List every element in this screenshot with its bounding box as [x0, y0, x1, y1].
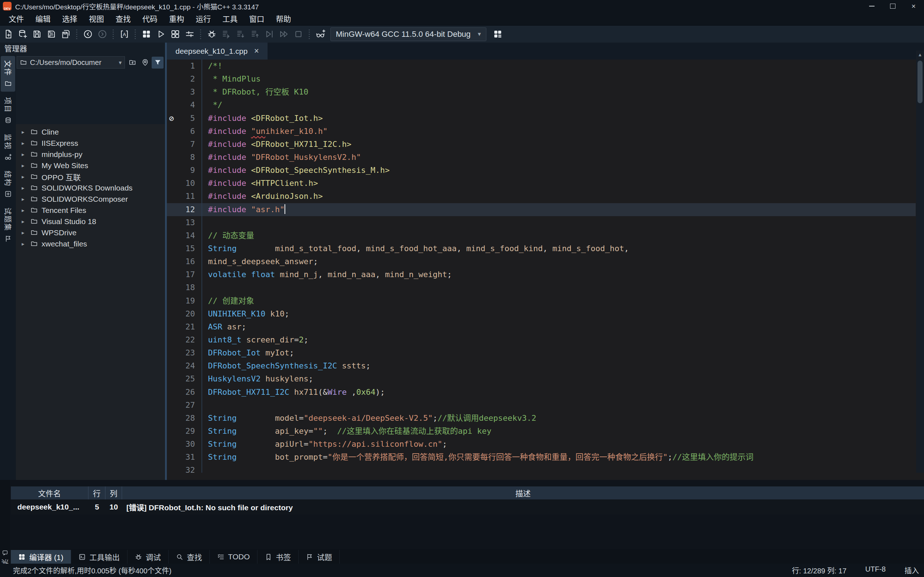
- menu-item-9[interactable]: 工具: [216, 13, 243, 25]
- code-line-16[interactable]: mind_s_deepseek_answer;: [208, 255, 916, 268]
- sidebar-tab-watch-eye[interactable]: 监视: [1, 129, 15, 165]
- code-line-23[interactable]: DFRobot_Iot myIot;: [208, 347, 916, 359]
- vertical-scrollbar[interactable]: ▲: [916, 50, 924, 473]
- code-line-5[interactable]: #include <DFRobot_Iot.h>: [208, 112, 916, 125]
- find-in-files-button[interactable]: A: [117, 27, 131, 42]
- filter-button[interactable]: [152, 56, 163, 69]
- code-line-15[interactable]: String mind_s_total_food, mind_s_food_ho…: [208, 242, 916, 255]
- messages-tab-compile[interactable]: 编译器 (1): [11, 550, 71, 564]
- tab-close-icon[interactable]: ×: [254, 46, 259, 56]
- compiler-options-button[interactable]: [183, 27, 197, 42]
- code-line-31[interactable]: String bot_prompt="你是一个营养搭配师，回答简短,你只需要每行…: [208, 451, 916, 464]
- editor-tab[interactable]: deepseek_k10_1.cpp ×: [167, 43, 268, 60]
- save-button[interactable]: [30, 27, 44, 42]
- code-line-14[interactable]: // 动态变量: [208, 229, 916, 242]
- code-area[interactable]: 1234⊘56789101112131415161718192021222324…: [167, 60, 916, 473]
- code-line-18[interactable]: [208, 281, 916, 294]
- code-line-22[interactable]: uint8_t screen_dir=2;: [208, 334, 916, 347]
- chevron-right-icon[interactable]: ▸: [22, 163, 27, 169]
- tree-item[interactable]: ▸My Web Sites: [16, 160, 165, 171]
- chevron-right-icon[interactable]: ▸: [22, 207, 27, 214]
- menu-item-11[interactable]: 帮助: [270, 13, 297, 25]
- tree-item[interactable]: ▸mindplus-py: [16, 149, 165, 160]
- code-line-20[interactable]: UNIHIKER_K10 k10;: [208, 308, 916, 321]
- menu-item-2[interactable]: 编辑: [30, 13, 57, 25]
- chevron-right-icon[interactable]: ▸: [22, 151, 27, 158]
- code-line-9[interactable]: #include <DFRobot_SpeechSynthesis_M.h>: [208, 164, 916, 177]
- code-line-17[interactable]: volatile float mind_n_j, mind_n_aaa, min…: [208, 268, 916, 281]
- code-line-13[interactable]: [208, 216, 916, 229]
- code-line-1[interactable]: /*!: [208, 60, 916, 73]
- messages-tab-bookmark[interactable]: 书签: [257, 550, 299, 564]
- save-as-button[interactable]: [44, 27, 58, 42]
- sidebar-tab-problemset[interactable]: 试题集: [1, 203, 15, 247]
- messages-tab-debug[interactable]: 调试: [128, 550, 169, 564]
- menu-item-7[interactable]: 重构: [163, 13, 190, 25]
- code-line-3[interactable]: * DFRobot, 行空板 K10: [208, 85, 916, 98]
- maximize-button[interactable]: [882, 0, 903, 12]
- tree-item[interactable]: ▸IISExpress: [16, 137, 165, 149]
- issues-column-header[interactable]: 描述: [122, 487, 924, 500]
- menu-item-1[interactable]: 文件: [3, 13, 30, 25]
- compile-button[interactable]: [139, 27, 153, 42]
- menu-item-10[interactable]: 窗口: [243, 13, 270, 25]
- messages-tab-todo[interactable]: TODO: [210, 550, 257, 564]
- code-line-7[interactable]: #include <DFRobot_HX711_I2C.h>: [208, 138, 916, 151]
- code-line-6[interactable]: #include "unihiker_k10.h": [208, 125, 916, 138]
- back-button[interactable]: [81, 27, 95, 42]
- messages-tab-problemset[interactable]: 试题: [299, 550, 340, 564]
- menu-item-3[interactable]: 选择: [57, 13, 83, 25]
- compile-run-button[interactable]: [168, 27, 183, 42]
- locate-button[interactable]: [139, 56, 151, 69]
- tree-item[interactable]: ▸SOLIDWORKSComposer: [16, 193, 165, 205]
- close-button[interactable]: ×: [903, 0, 924, 12]
- chevron-right-icon[interactable]: ▸: [22, 140, 27, 147]
- menu-item-5[interactable]: 查找: [110, 13, 136, 25]
- folder-plus-button[interactable]: [126, 56, 138, 69]
- chevron-right-icon[interactable]: ▸: [22, 185, 27, 191]
- scroll-up-icon[interactable]: ▲: [916, 50, 924, 57]
- sidebar-tab-folder[interactable]: 文件: [1, 56, 15, 92]
- folder-path-select[interactable]: C:/Users/mo/Documer ▾: [17, 56, 125, 69]
- chevron-right-icon[interactable]: ▸: [22, 241, 27, 247]
- issues-column-header[interactable]: 文件名: [11, 487, 89, 500]
- chevron-right-icon[interactable]: ▸: [22, 229, 27, 236]
- tree-item[interactable]: ▸WPSDrive: [16, 227, 165, 238]
- code-line-4[interactable]: */: [208, 98, 916, 111]
- code-line-28[interactable]: String model="deepseek-ai/DeepSeek-V2.5"…: [208, 412, 916, 425]
- debug-button[interactable]: [204, 27, 219, 42]
- save-all-button[interactable]: [58, 27, 73, 42]
- new-file-button[interactable]: [1, 27, 15, 42]
- code-line-29[interactable]: String api_key=""; //这里填入你在硅基流动上获取的api k…: [208, 425, 916, 438]
- code-line-30[interactable]: String apiUrl="https://api.siliconflow.c…: [208, 438, 916, 451]
- code-line-10[interactable]: #include <HTTPClient.h>: [208, 177, 916, 190]
- tree-item[interactable]: ▸xwechat_files: [16, 238, 165, 249]
- code-line-12[interactable]: #include "asr.h": [208, 203, 916, 216]
- chevron-right-icon[interactable]: ▸: [22, 174, 27, 180]
- code-line-2[interactable]: * MindPlus: [208, 73, 916, 85]
- chevron-right-icon[interactable]: ▸: [22, 129, 27, 135]
- code-line-27[interactable]: [208, 399, 916, 412]
- messages-tab-tool-output[interactable]: 工具输出: [71, 550, 128, 564]
- compiler-set-select[interactable]: MinGW-w64 GCC 11.5.0 64-bit Debug ▾: [330, 27, 486, 41]
- sidebar-tab-structure[interactable]: 结构: [1, 166, 15, 202]
- issue-row[interactable]: deepseek_k10_...510[错误] DFRobot_Iot.h: N…: [11, 500, 924, 514]
- code-line-11[interactable]: #include <ArduinoJson.h>: [208, 190, 916, 203]
- run-button[interactable]: [153, 27, 168, 42]
- tree-item[interactable]: ▸Visual Studio 18: [16, 216, 165, 227]
- tree-item[interactable]: ▸Cline: [16, 126, 165, 137]
- code-line-21[interactable]: ASR asr;: [208, 321, 916, 334]
- code-line-19[interactable]: // 创建对象: [208, 295, 916, 308]
- messages-tab-search[interactable]: 查找: [169, 550, 210, 564]
- open-file-button[interactable]: [15, 27, 30, 42]
- sidebar-tab-project[interactable]: 项目: [1, 93, 15, 129]
- code-line-32[interactable]: [208, 464, 916, 473]
- vertical-scrollbar-thumb[interactable]: [918, 61, 922, 103]
- issues-column-header[interactable]: 行: [89, 487, 105, 500]
- code-line-24[interactable]: DFRobot_SpeechSynthesis_I2C sstts;: [208, 359, 916, 372]
- code-line-25[interactable]: HuskylensV2 huskylens;: [208, 372, 916, 385]
- menu-item-6[interactable]: 代码: [136, 13, 163, 25]
- code-line-26[interactable]: DFRobot_HX711_I2C hx711(&Wire ,0x64);: [208, 386, 916, 399]
- menu-item-4[interactable]: 视图: [83, 13, 110, 25]
- chevron-right-icon[interactable]: ▸: [22, 196, 27, 202]
